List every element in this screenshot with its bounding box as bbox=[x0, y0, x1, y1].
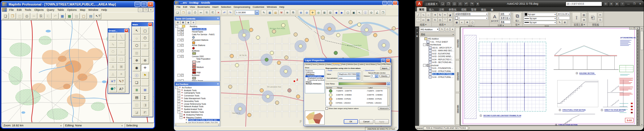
layer-checkbox[interactable]: ✔ bbox=[181, 44, 184, 47]
nav-tool-button[interactable]: ⊞ bbox=[322, 10, 327, 15]
toolbar-button[interactable]: ✕ bbox=[216, 10, 221, 15]
toc-row[interactable] bbox=[175, 63, 220, 66]
measure-icon[interactable]: ⟟ bbox=[572, 12, 581, 23]
drawing-tool-button[interactable]: A bbox=[109, 63, 117, 70]
main-tool-button[interactable] bbox=[141, 49, 149, 57]
menu-item[interactable]: Selection bbox=[220, 6, 232, 8]
class-label[interactable]: -7.626574 - -3.694778 bbox=[366, 90, 387, 92]
sheet-row[interactable]: A-03 - DOORS WINDOW... bbox=[420, 55, 454, 58]
toolbar-button[interactable]: ⎙ bbox=[192, 10, 198, 15]
collapse-icon[interactable]: ▴ bbox=[453, 33, 454, 35]
toolbar-button[interactable]: ⎘ bbox=[204, 10, 210, 15]
toolbar-button[interactable]: ✂ bbox=[31, 13, 37, 19]
sheet-row[interactable]: A-02 - ELEVATIONS bbox=[420, 52, 454, 55]
chevron-down-icon[interactable]: ▾ bbox=[444, 23, 446, 26]
sheet-label[interactable]: A-01 - MAIN AND SECO... bbox=[432, 49, 454, 52]
cut-icon[interactable]: ✂ bbox=[598, 13, 603, 17]
options-icon[interactable]: ▾ bbox=[450, 27, 455, 32]
close-icon[interactable]: ✕ bbox=[147, 2, 153, 7]
drawing-tool-button[interactable]: □ bbox=[109, 56, 117, 63]
toolbar-button[interactable]: ↶ bbox=[52, 13, 59, 19]
child-close-icon[interactable]: ✕ bbox=[148, 8, 153, 12]
class-label[interactable]: 0.575151 - 1.821013 bbox=[366, 102, 387, 104]
main-tool-button[interactable]: ◉ bbox=[133, 64, 141, 71]
map-scale-input[interactable]: 1:10,500 bbox=[235, 10, 255, 15]
drawing-window-controls[interactable]: — ❐ ✕ bbox=[629, 27, 639, 30]
symbology-table[interactable]: Symbol Range Label -7.626574 - -3.694778… bbox=[326, 87, 390, 106]
expander-icon[interactable]: + bbox=[177, 89, 180, 92]
ribbon-tab[interactable]: 常用 bbox=[417, 7, 426, 11]
expander-icon[interactable]: − bbox=[423, 43, 426, 46]
nav-tool-button[interactable]: ↖ bbox=[357, 10, 362, 15]
dialog-tab[interactable]: HTML Popup bbox=[381, 63, 391, 66]
close-icon[interactable]: ✕ bbox=[124, 29, 128, 32]
expander-icon[interactable]: + bbox=[180, 113, 182, 116]
tool-label[interactable]: Spatial Statistics Tools bbox=[184, 111, 204, 113]
menu-item[interactable]: Help bbox=[100, 8, 109, 12]
plot-style-select[interactable]: BYCOLOR▾ bbox=[557, 12, 570, 16]
layer-label[interactable]: High bbox=[197, 71, 201, 74]
drawing-tool-button[interactable]: ○ bbox=[117, 48, 125, 55]
layer-label[interactable]: Proposed Stations bbox=[192, 39, 208, 41]
publish-icon[interactable]: ⎙ bbox=[445, 27, 450, 32]
close-icon[interactable]: ✕ bbox=[386, 59, 390, 62]
menu-item[interactable]: Windows bbox=[265, 6, 278, 8]
infocenter-icon[interactable]: ? bbox=[620, 2, 625, 6]
main-tool-button[interactable]: ▢ bbox=[141, 27, 149, 34]
sheet-row[interactable]: A-05 - SECTIONS AND D... bbox=[420, 61, 454, 64]
toc-row[interactable] bbox=[175, 47, 220, 49]
column-header[interactable]: Symbol bbox=[326, 87, 337, 89]
qat-button[interactable]: ↶ bbox=[463, 1, 469, 6]
chevron-down-icon[interactable]: ▾ bbox=[518, 23, 519, 26]
layer-freeze-icon[interactable]: ❄ bbox=[465, 20, 470, 25]
object-color-select[interactable]: ByLayer▾ bbox=[524, 13, 556, 16]
mapinfo-map-area[interactable]: Drawi...✕ ✳╲∿⌒⎔○□▢A▣◬∗✳?✎?⬟?A? Main✕ ↖▢◌… bbox=[1, 20, 154, 123]
layer-select[interactable]: 0▾ bbox=[454, 16, 488, 20]
menu-item[interactable]: Options bbox=[66, 8, 78, 12]
insert-block-icon[interactable]: ⧉插入 bbox=[513, 12, 521, 23]
quick-select-icon[interactable]: ▥ bbox=[581, 13, 586, 17]
arctoolbox-scrollbar[interactable]: ◂ ▸ bbox=[175, 123, 220, 126]
drawing-tool-button[interactable]: ╲ bbox=[117, 33, 125, 40]
toc-row[interactable] bbox=[175, 36, 220, 39]
ssm-side-tab[interactable]: 模型视图 bbox=[456, 93, 460, 125]
dialog-tab[interactable]: General bbox=[305, 63, 311, 66]
nav-tool-button[interactable]: ⊟ bbox=[327, 10, 333, 15]
sheet-label[interactable]: A-05 - SECTIONS AND D... bbox=[432, 61, 454, 63]
main-tool-button[interactable]: ⬡ bbox=[133, 42, 141, 49]
dialog-tab[interactable]: Joins & Relates bbox=[364, 63, 376, 66]
drawing-tool-button[interactable]: ◬ bbox=[109, 70, 117, 78]
main-tool-button[interactable]: ◫ bbox=[133, 101, 141, 108]
ssm-side-tab[interactable]: 图纸列表 bbox=[456, 27, 460, 59]
minimize-icon[interactable]: — bbox=[135, 2, 140, 7]
arctoolbox-row[interactable]: + ⚒ Analysis Tools bbox=[175, 89, 220, 92]
class-label[interactable]: -3.694778 - -0.490963 bbox=[366, 94, 387, 96]
nav-tool-button[interactable]: ✛ bbox=[310, 10, 315, 15]
drawing-tool-button[interactable]: A? bbox=[117, 85, 125, 92]
autocad-logo-icon[interactable]: A bbox=[416, 1, 422, 6]
toc-row[interactable] bbox=[175, 77, 220, 79]
tool-label[interactable]: Cartography Tools bbox=[184, 92, 200, 94]
mdi-child-icon[interactable] bbox=[2, 8, 7, 12]
dialog-tab[interactable]: Fields bbox=[341, 63, 347, 66]
class-row[interactable]: -0.490963 - 0.575151 -0.490963 - 0.57515… bbox=[326, 97, 387, 101]
menu-item[interactable]: Objects bbox=[33, 8, 45, 12]
tool-label[interactable]: Conversion Tools bbox=[184, 95, 199, 97]
column-header[interactable]: Range bbox=[337, 87, 368, 89]
arctoolbox-row[interactable]: + ⚒ Conversion Tools bbox=[175, 94, 220, 97]
drawing-tool-button[interactable]: ∿ bbox=[109, 41, 117, 48]
mtext-icon[interactable]: A多行文字 bbox=[490, 13, 499, 23]
tool-label[interactable]: Linear Referencing Tools bbox=[184, 103, 206, 105]
last-layout-icon[interactable]: ▸| bbox=[422, 127, 423, 129]
toolbar-button[interactable]: ▦ bbox=[59, 13, 66, 19]
menu-item[interactable]: View bbox=[189, 6, 196, 8]
main-tool-button[interactable]: ⊕ bbox=[133, 57, 141, 64]
nav-tool-button[interactable]: ∠ bbox=[374, 10, 380, 15]
main-tool-button[interactable]: ⎔ bbox=[141, 35, 149, 42]
properties-list-icon[interactable]: ≣ bbox=[562, 20, 567, 25]
next-layout-icon[interactable]: ▸ bbox=[420, 127, 421, 129]
main-tool-button[interactable]: ◌ bbox=[133, 35, 141, 42]
layer-label[interactable]: Medium bbox=[197, 66, 204, 68]
drawing-tool-button[interactable]: ⬟? bbox=[109, 85, 117, 92]
toolbar-button[interactable]: ✎ bbox=[261, 10, 267, 15]
